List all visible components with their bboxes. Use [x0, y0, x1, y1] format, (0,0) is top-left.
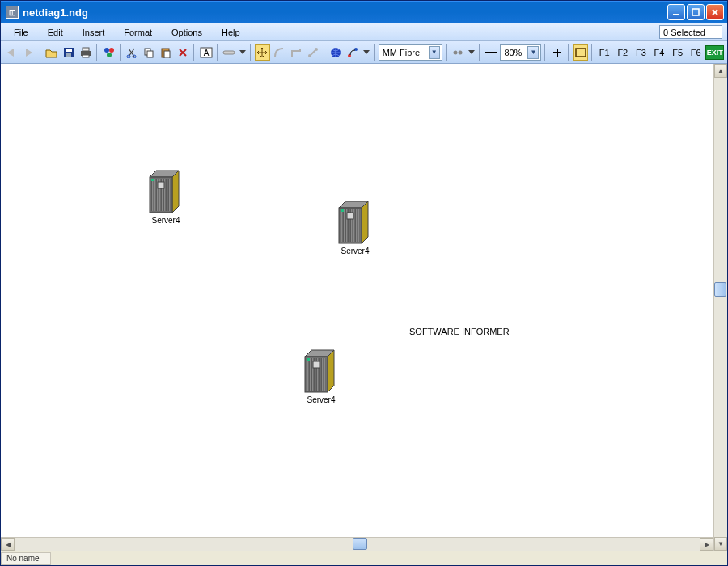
curve-dropdown-icon[interactable] — [362, 44, 370, 61]
svg-marker-35 — [172, 171, 179, 213]
svg-rect-9 — [83, 55, 89, 57]
link-dropdown-icon[interactable] — [239, 44, 247, 61]
f2-button[interactable]: F2 — [615, 44, 632, 61]
scroll-right-button[interactable]: ▶ — [700, 538, 713, 551]
lineweight-button[interactable] — [484, 44, 499, 61]
cut-button[interactable] — [125, 44, 140, 61]
copy-button[interactable] — [142, 44, 157, 61]
move-tool-button[interactable] — [255, 44, 270, 61]
server-node[interactable]: Server4 — [145, 169, 187, 225]
vscroll-thumb[interactable] — [714, 282, 726, 297]
svg-point-10 — [104, 48, 109, 53]
maximize-button[interactable] — [687, 4, 705, 20]
zoom-value: 80% — [504, 48, 522, 57]
svg-rect-56 — [313, 361, 320, 368]
nav-back-button[interactable] — [4, 44, 19, 61]
status-cell-name: No name — [1, 552, 51, 565]
workspace: Server4Server4Server4SOFTWARE INFORMER ▲… — [1, 64, 727, 551]
svg-rect-33 — [576, 49, 586, 57]
linetype-value: MM Fibre — [383, 48, 420, 57]
curve-tool-button[interactable] — [345, 44, 361, 61]
toolbar: A MM Fibre — [1, 41, 727, 64]
paste-button[interactable] — [159, 44, 174, 61]
svg-text:A: A — [203, 49, 209, 57]
scroll-up-button[interactable]: ▲ — [714, 64, 727, 78]
vertical-scrollbar[interactable]: ▲ ▼ — [713, 64, 727, 551]
exit-label: EXIT — [707, 49, 723, 57]
linestyle-button[interactable] — [451, 44, 466, 61]
globe-tool-button[interactable] — [328, 44, 344, 61]
hscroll-track[interactable] — [15, 538, 700, 551]
scroll-left-button[interactable]: ◀ — [1, 538, 15, 551]
server-icon — [300, 348, 342, 394]
server-node[interactable]: Server4 — [334, 200, 376, 256]
connector-tool-1[interactable] — [272, 44, 287, 61]
window-title: netdiag1.ndg — [23, 6, 667, 19]
delete-button[interactable] — [175, 44, 190, 61]
nodes-button[interactable] — [101, 44, 116, 61]
open-button[interactable] — [44, 44, 60, 61]
text-tool-button[interactable]: A — [198, 44, 214, 61]
svg-rect-5 — [66, 49, 72, 52]
save-button[interactable] — [61, 44, 76, 61]
server-label: Server4 — [334, 247, 376, 256]
selection-count-label: 0 Selected — [663, 27, 705, 37]
svg-marker-28 — [363, 50, 370, 54]
zoom-select[interactable]: 80% ▼ — [500, 44, 541, 61]
hscroll-thumb[interactable] — [353, 538, 367, 550]
f1-button[interactable]: F1 — [596, 44, 613, 61]
f4-button[interactable]: F4 — [651, 44, 668, 61]
svg-rect-21 — [223, 51, 235, 54]
f6-button[interactable]: F6 — [688, 44, 705, 61]
svg-rect-57 — [307, 358, 310, 361]
app-icon: ◫ — [6, 6, 19, 19]
connector-tool-2[interactable] — [288, 44, 303, 61]
menu-insert[interactable]: Insert — [74, 26, 113, 39]
server-icon — [334, 200, 376, 245]
minimize-button[interactable] — [667, 4, 685, 20]
fit-window-button[interactable] — [573, 44, 588, 61]
f3-button[interactable]: F3 — [633, 44, 650, 61]
svg-rect-0 — [673, 14, 679, 15]
zoom-in-button[interactable] — [549, 44, 565, 61]
svg-point-12 — [107, 53, 112, 57]
svg-rect-49 — [341, 209, 344, 212]
menu-file[interactable]: File — [6, 26, 36, 39]
svg-rect-18 — [164, 51, 170, 58]
connector-tool-3[interactable] — [305, 44, 320, 61]
svg-point-11 — [109, 48, 114, 53]
svg-marker-31 — [468, 50, 475, 54]
svg-marker-22 — [239, 50, 246, 54]
svg-marker-2 — [7, 49, 14, 57]
svg-rect-1 — [692, 9, 699, 15]
print-button[interactable] — [78, 44, 93, 61]
vscroll-track[interactable] — [714, 78, 727, 537]
canvas[interactable]: Server4Server4Server4SOFTWARE INFORMER — [1, 64, 713, 537]
link-tool-button[interactable] — [222, 44, 237, 61]
watermark-text: SOFTWARE INFORMER — [409, 327, 510, 336]
horizontal-scrollbar[interactable]: ◀ ▶ — [1, 537, 713, 551]
svg-rect-16 — [147, 51, 153, 57]
scroll-down-button[interactable]: ▼ — [714, 537, 727, 551]
svg-marker-3 — [26, 49, 32, 57]
menu-format[interactable]: Format — [116, 26, 160, 39]
server-label: Server4 — [145, 216, 187, 225]
svg-rect-41 — [151, 179, 154, 181]
server-node[interactable]: Server4 — [300, 348, 342, 404]
menu-edit[interactable]: Edit — [40, 26, 71, 39]
menu-help[interactable]: Help — [214, 26, 248, 39]
chevron-down-icon: ▼ — [429, 46, 440, 59]
close-button[interactable] — [706, 4, 724, 20]
linestyle-dropdown-icon[interactable] — [468, 44, 476, 61]
menu-options[interactable]: Options — [163, 26, 210, 39]
f5-button[interactable]: F5 — [669, 44, 686, 61]
menubar: File Edit Insert Format Options Help 0 S… — [1, 23, 727, 41]
svg-rect-32 — [485, 52, 497, 53]
svg-rect-8 — [83, 48, 89, 51]
linetype-select[interactable]: MM Fibre ▼ — [379, 44, 442, 61]
exit-button[interactable]: EXIT — [705, 45, 724, 60]
svg-rect-48 — [347, 213, 353, 219]
server-icon — [145, 169, 187, 214]
nav-forward-button[interactable] — [21, 44, 36, 61]
svg-marker-43 — [362, 201, 368, 243]
